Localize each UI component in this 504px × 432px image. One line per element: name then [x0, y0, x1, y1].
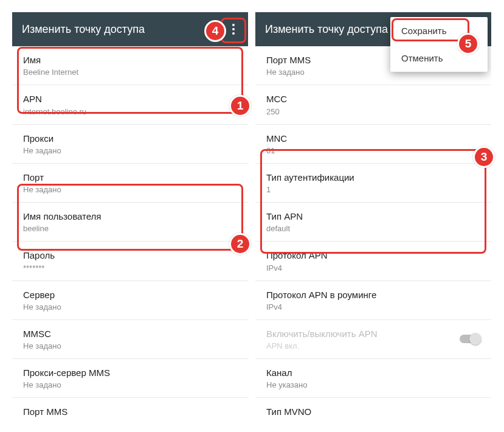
row-apn-type[interactable]: Тип APN default: [255, 203, 491, 242]
row-username[interactable]: Имя пользователя beeline: [12, 203, 248, 242]
row-value: Не задано: [23, 302, 237, 312]
row-mvno-type[interactable]: Тип MVNO Нет: [255, 398, 491, 421]
row-label: Прокси-сервер MMS: [23, 367, 237, 379]
row-value: default: [266, 224, 480, 233]
badge-5: 5: [457, 33, 479, 55]
badge-2: 2: [229, 233, 251, 255]
row-value: IPv4: [266, 302, 480, 312]
row-label: Тип APN: [266, 211, 480, 223]
row-value: 01: [266, 146, 480, 155]
row-label: Пароль: [23, 249, 237, 262]
row-apn[interactable]: APN internet.beeline.ru: [12, 85, 248, 124]
toggle-switch[interactable]: [460, 335, 480, 343]
row-value: Нет: [266, 420, 480, 422]
row-apn-enable: Включить/выключить APN APN вкл.: [255, 320, 491, 359]
row-label: Протокол APN в роуминге: [266, 289, 480, 301]
row-mnc[interactable]: MNC 01: [255, 125, 491, 164]
badge-4: 4: [204, 20, 226, 42]
row-label: Включить/выключить APN: [266, 328, 378, 340]
phone-left: Изменить точку доступа Имя Beeline Inter…: [12, 12, 248, 421]
row-bearer[interactable]: Канал Не указано: [255, 359, 491, 398]
badge-1: 1: [229, 95, 251, 117]
row-auth-type[interactable]: Тип аутентификации 1: [255, 164, 491, 203]
row-value: internet.beeline.ru: [23, 107, 237, 116]
row-label: Канал: [266, 367, 480, 379]
row-value: *******: [23, 263, 237, 273]
row-label: Тип аутентификации: [266, 172, 480, 184]
row-password[interactable]: Пароль *******: [12, 242, 248, 280]
row-label: Порт MMS: [23, 406, 237, 418]
row-value: Не указано: [266, 380, 480, 389]
row-value: IPv4: [266, 263, 480, 273]
row-value: 250: [266, 107, 480, 116]
row-apn-roaming-protocol[interactable]: Протокол APN в роуминге IPv4: [255, 281, 491, 320]
settings-list-left: Имя Beeline Internet APN internet.beelin…: [12, 46, 248, 421]
badge-3: 3: [473, 146, 495, 168]
row-label: MMSC: [23, 328, 237, 340]
row-value: Не задано: [23, 185, 237, 194]
row-label: MNC: [266, 133, 480, 145]
row-label: Сервер: [23, 289, 237, 301]
row-port[interactable]: Порт Не задано: [12, 164, 248, 203]
row-label: Прокси: [23, 133, 237, 145]
row-mcc[interactable]: MCC 250: [255, 85, 491, 124]
row-value: beeline: [23, 224, 237, 233]
row-value: Не задано: [23, 146, 237, 155]
phone-right: Изменить точку доступа Порт MMS Не задан…: [255, 12, 491, 421]
settings-list-right: Порт MMS Не задано MCC 250 MNC 01 Тип ау…: [255, 46, 491, 421]
row-label: Порт: [23, 172, 237, 184]
more-vert-icon: [232, 24, 235, 35]
row-label: Имя: [23, 54, 237, 66]
row-value: Не задано: [23, 420, 237, 422]
row-value: APN вкл.: [266, 341, 378, 350]
row-label: MCC: [266, 93, 480, 105]
row-label: Имя пользователя: [23, 211, 237, 223]
topbar-title: Изменить точку доступа: [22, 23, 145, 36]
row-mmsc[interactable]: MMSC Не задано: [12, 320, 248, 359]
row-label: Протокол APN: [266, 249, 480, 262]
row-value: Beeline Internet: [23, 68, 237, 77]
row-name[interactable]: Имя Beeline Internet: [12, 46, 248, 85]
row-value: Не задано: [23, 341, 237, 350]
row-server[interactable]: Сервер Не задано: [12, 281, 248, 320]
row-label: Тип MVNO: [266, 406, 480, 418]
row-mms-port[interactable]: Порт MMS Не задано: [12, 398, 248, 421]
row-proxy[interactable]: Прокси Не задано: [12, 125, 248, 164]
topbar-title: Изменить точку доступа: [265, 23, 388, 36]
row-value: 1: [266, 185, 480, 194]
row-label: APN: [23, 93, 237, 105]
row-mms-proxy[interactable]: Прокси-сервер MMS Не задано: [12, 359, 248, 398]
row-value: Не задано: [23, 380, 237, 389]
row-apn-protocol[interactable]: Протокол APN IPv4: [255, 242, 491, 280]
